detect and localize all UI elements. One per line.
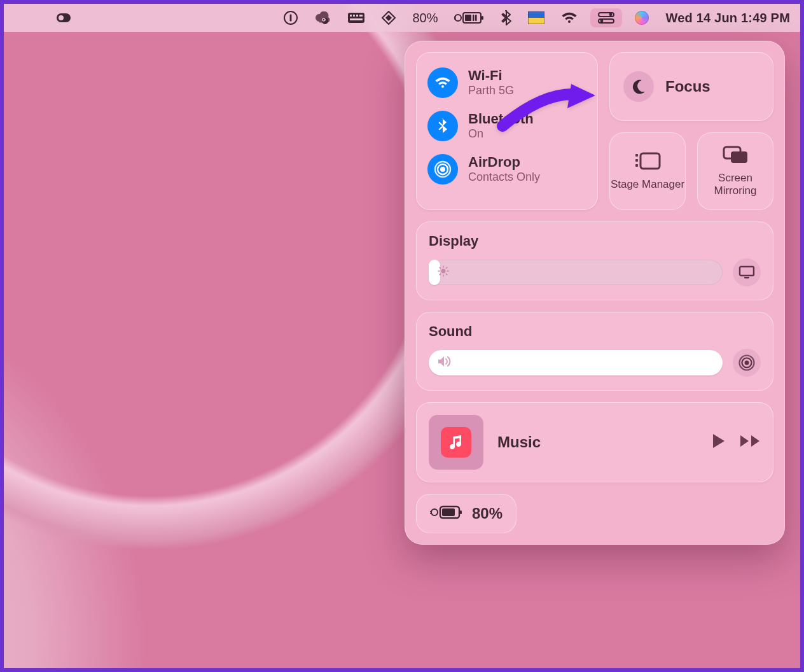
svg-rect-31	[731, 151, 747, 163]
svg-point-20	[609, 13, 613, 17]
brightness-icon	[438, 265, 449, 279]
airdrop-status: Contacts Only	[468, 171, 540, 185]
menubar-1password-icon[interactable]	[284, 11, 298, 25]
menubar-cloud-sync-icon[interactable]	[314, 11, 331, 24]
focus-toggle[interactable]: Focus	[609, 52, 773, 121]
svg-rect-4	[350, 15, 352, 17]
sound-airplay-button[interactable]	[733, 349, 761, 377]
display-title: Display	[429, 233, 761, 249]
svg-rect-48	[430, 513, 432, 514]
svg-rect-3	[348, 13, 364, 23]
wifi-icon	[427, 67, 458, 98]
menubar-battery-percent: 80%	[412, 11, 438, 25]
svg-rect-29	[641, 153, 660, 169]
svg-rect-5	[353, 15, 355, 17]
menubar-wifi-icon[interactable]	[561, 11, 578, 24]
svg-line-37	[440, 267, 440, 268]
svg-line-40	[446, 267, 447, 268]
svg-rect-6	[356, 15, 358, 17]
display-section: Display	[416, 221, 773, 300]
bluetooth-icon	[427, 111, 458, 141]
music-app-icon	[441, 427, 471, 458]
play-button[interactable]	[711, 433, 726, 452]
svg-point-43	[745, 361, 749, 365]
svg-rect-15	[454, 17, 456, 18]
menubar-control-center-toggle[interactable]	[590, 8, 622, 27]
svg-rect-41	[740, 267, 754, 276]
svg-rect-47	[430, 511, 432, 512]
airdrop-toggle[interactable]: AirDrop Contacts Only	[425, 148, 589, 191]
svg-rect-7	[359, 15, 363, 17]
bluetooth-title: Bluetooth	[468, 111, 534, 126]
volume-icon	[438, 356, 452, 370]
sound-volume-slider[interactable]	[429, 350, 723, 375]
svg-rect-18	[528, 18, 544, 24]
menubar-battery-charging-icon[interactable]	[454, 11, 485, 25]
battery-charging-icon	[430, 504, 463, 523]
menubar-bluetooth-icon[interactable]	[501, 10, 511, 25]
now-playing-title: Music	[497, 433, 697, 451]
stage-manager-label: Stage Manager	[611, 178, 684, 191]
wifi-network-name: Parth 5G	[468, 84, 514, 98]
menubar-raycast-icon[interactable]	[382, 11, 396, 25]
focus-title: Focus	[665, 78, 710, 95]
svg-line-38	[446, 274, 447, 274]
svg-rect-1	[290, 15, 292, 22]
svg-rect-17	[528, 11, 544, 18]
moon-icon	[623, 71, 654, 102]
sound-section: Sound	[416, 312, 773, 391]
svg-rect-28	[635, 164, 638, 167]
menubar-keyboard-icon[interactable]	[347, 12, 365, 24]
display-brightness-slider[interactable]	[429, 260, 723, 285]
connectivity-card: Wi-Fi Parth 5G Bluetooth On	[416, 52, 598, 210]
battery-percent: 80%	[472, 505, 502, 522]
wifi-toggle[interactable]: Wi-Fi Parth 5G	[425, 61, 589, 104]
bluetooth-status: On	[468, 127, 534, 141]
svg-rect-26	[635, 154, 638, 157]
screen-mirroring-label: Screen Mirroring	[697, 172, 773, 197]
now-playing-artwork	[429, 415, 483, 470]
menubar-datetime[interactable]: Wed 14 Jun 1:49 PM	[665, 11, 790, 25]
svg-rect-8	[350, 18, 363, 20]
fast-forward-button[interactable]	[739, 434, 761, 451]
airdrop-icon	[427, 154, 458, 185]
svg-point-14	[455, 15, 461, 21]
svg-line-39	[440, 274, 440, 274]
menubar: 80% Wed 14 Jun 1:49 PM	[4, 4, 800, 32]
svg-point-23	[440, 167, 445, 172]
display-more-button[interactable]	[733, 258, 761, 286]
menubar-vpn-icon[interactable]	[55, 11, 73, 24]
svg-rect-42	[744, 277, 749, 278]
sound-title: Sound	[429, 323, 761, 340]
now-playing-card[interactable]: Music	[416, 402, 773, 482]
menubar-siri-icon[interactable]	[635, 11, 649, 25]
control-center-panel: Wi-Fi Parth 5G Bluetooth On	[405, 41, 785, 545]
battery-card[interactable]: 80%	[416, 494, 516, 533]
svg-rect-12	[473, 15, 475, 21]
svg-rect-27	[635, 159, 638, 162]
svg-point-22	[600, 20, 604, 23]
svg-point-32	[441, 269, 446, 274]
svg-rect-51	[442, 508, 455, 516]
svg-rect-11	[465, 15, 471, 21]
stage-manager-toggle[interactable]: Stage Manager	[609, 132, 686, 210]
menubar-flag-icon[interactable]	[528, 11, 544, 24]
screen-mirroring-toggle[interactable]: Screen Mirroring	[697, 132, 773, 210]
bluetooth-toggle[interactable]: Bluetooth On	[425, 104, 589, 148]
screen-mirroring-icon	[722, 145, 749, 167]
svg-rect-50	[460, 510, 462, 514]
stage-manager-icon	[634, 151, 661, 173]
airdrop-title: AirDrop	[468, 155, 540, 169]
wifi-title: Wi-Fi	[468, 68, 514, 83]
svg-rect-13	[475, 15, 477, 21]
svg-rect-10	[482, 16, 483, 20]
svg-point-46	[431, 509, 438, 515]
svg-rect-16	[454, 18, 456, 20]
